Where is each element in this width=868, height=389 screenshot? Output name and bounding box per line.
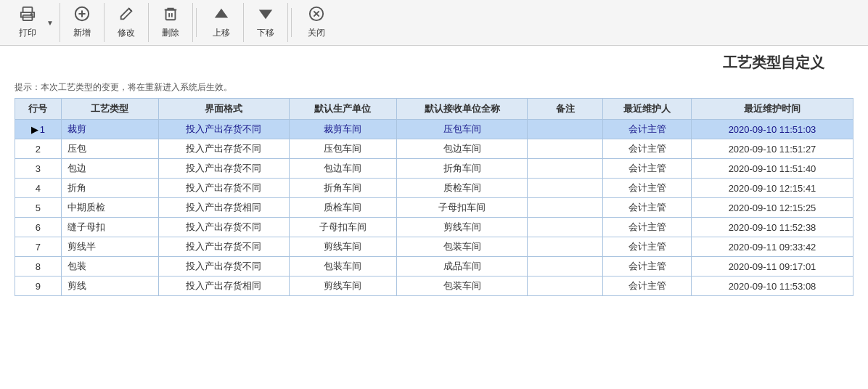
edit-group: 修改 — [105, 3, 149, 42]
moveup-group: 上移 — [200, 3, 244, 42]
cell-maint-time: 2020-09-10 12:15:25 — [691, 198, 853, 218]
row-arrow: ▶ — [31, 124, 38, 135]
print-button[interactable]: 打印 — [10, 3, 45, 42]
main-content: 工艺类型自定义 提示：本次工艺类型的变更，将在重新进入系统后生效。 行号 工艺类… — [0, 46, 868, 303]
cell-recv: 折角车间 — [397, 159, 528, 179]
print-dropdown-arrow[interactable]: ▼ — [45, 3, 55, 42]
cell-maintainer: 会计主管 — [603, 257, 692, 277]
table-row[interactable]: ▶1裁剪投入产出存货不同裁剪车间压包车间会计主管2020-09-10 11:51… — [15, 120, 853, 139]
svg-rect-0 — [23, 7, 33, 12]
cell-rownum: 5 — [15, 198, 62, 218]
cell-remark — [528, 159, 603, 179]
cell-maintainer: 会计主管 — [603, 120, 692, 139]
cell-maint-time: 2020-09-11 09:33:42 — [691, 237, 853, 257]
cell-maint-time: 2020-09-10 11:51:03 — [691, 120, 853, 139]
cell-remark — [528, 120, 603, 139]
cell-prod: 质检车间 — [289, 198, 397, 218]
table-header: 行号 工艺类型 界面格式 默认生产单位 默认接收单位全称 备注 最近维护人 最近… — [15, 99, 853, 120]
toolbar-separator-2 — [291, 8, 292, 37]
cell-interface: 投入产出存货不同 — [158, 179, 289, 198]
cell-type: 折角 — [61, 179, 158, 198]
col-header-type: 工艺类型 — [61, 99, 158, 120]
col-header-remark: 备注 — [528, 99, 603, 120]
cell-maint-time: 2020-09-10 11:52:38 — [691, 218, 853, 237]
cell-maintainer: 会计主管 — [603, 198, 692, 218]
cell-type: 压包 — [61, 139, 158, 159]
print-group: 打印 ▼ — [6, 3, 60, 42]
col-header-maintainer: 最近维护人 — [603, 99, 692, 120]
header-row: 行号 工艺类型 界面格式 默认生产单位 默认接收单位全称 备注 最近维护人 最近… — [15, 99, 853, 120]
move-down-button[interactable]: 下移 — [248, 3, 283, 42]
toolbar: 打印 ▼ 新增 修改 — [0, 0, 868, 46]
svg-marker-11 — [259, 10, 272, 20]
cell-interface: 投入产出存货不同 — [158, 159, 289, 179]
delete-icon — [163, 6, 179, 25]
delete-button[interactable]: 删除 — [153, 3, 188, 42]
cell-prod: 裁剪车间 — [289, 120, 397, 139]
toolbar-separator-1 — [196, 8, 197, 37]
cell-prod: 子母扣车间 — [289, 218, 397, 237]
col-header-prod: 默认生产单位 — [289, 99, 397, 120]
movedown-group: 下移 — [244, 3, 288, 42]
svg-marker-10 — [215, 9, 228, 18]
cell-remark — [528, 277, 603, 296]
move-down-label: 下移 — [257, 27, 274, 39]
cell-rownum: 2 — [15, 139, 62, 159]
cell-interface: 投入产出存货相同 — [158, 198, 289, 218]
cell-remark — [528, 139, 603, 159]
cell-type: 剪线 — [61, 277, 158, 296]
cell-rownum: 7 — [15, 237, 62, 257]
cell-prod: 包边车间 — [289, 159, 397, 179]
cell-prod: 折角车间 — [289, 179, 397, 198]
table-row[interactable]: 2压包投入产出存货不同压包车间包边车间会计主管2020-09-10 11:51:… — [15, 139, 853, 159]
cell-maint-time: 2020-09-10 11:51:27 — [691, 139, 853, 159]
edit-button[interactable]: 修改 — [109, 3, 144, 42]
col-header-maint-time: 最近维护时间 — [691, 99, 853, 120]
cell-recv: 剪线车间 — [397, 218, 528, 237]
table-row[interactable]: 6缝子母扣投入产出存货不同子母扣车间剪线车间会计主管2020-09-10 11:… — [15, 218, 853, 237]
add-group: 新增 — [60, 3, 105, 42]
edit-label: 修改 — [118, 27, 135, 39]
cell-rownum: 3 — [15, 159, 62, 179]
svg-rect-7 — [165, 10, 175, 20]
cell-prod: 剪线车间 — [289, 277, 397, 296]
cell-prod: 压包车间 — [289, 139, 397, 159]
svg-point-2 — [31, 14, 33, 15]
cell-maintainer: 会计主管 — [603, 218, 692, 237]
add-button[interactable]: 新增 — [65, 3, 99, 42]
close-button[interactable]: 关闭 — [299, 3, 334, 42]
hint-text: 提示：本次工艺类型的变更，将在重新进入系统后生效。 — [15, 81, 853, 94]
cell-type: 裁剪 — [61, 120, 158, 139]
cell-maint-time: 2020-09-11 09:17:01 — [691, 257, 853, 277]
cell-remark — [528, 198, 603, 218]
cell-rownum: 9 — [15, 277, 62, 296]
col-header-rownum: 行号 — [15, 99, 62, 120]
table-row[interactable]: 5中期质检投入产出存货相同质检车间子母扣车间会计主管2020-09-10 12:… — [15, 198, 853, 218]
table-row[interactable]: 4折角投入产出存货不同折角车间质检车间会计主管2020-09-10 12:15:… — [15, 179, 853, 198]
cell-rownum: ▶1 — [15, 120, 62, 139]
delete-label: 删除 — [162, 27, 179, 39]
add-icon — [74, 6, 90, 25]
table-body: ▶1裁剪投入产出存货不同裁剪车间压包车间会计主管2020-09-10 11:51… — [15, 120, 853, 296]
table-row[interactable]: 8包装投入产出存货不同包装车间成品车间会计主管2020-09-11 09:17:… — [15, 257, 853, 277]
cell-interface: 投入产出存货不同 — [158, 257, 289, 277]
table-row[interactable]: 7剪线半投入产出存货不同剪线车间包装车间会计主管2020-09-11 09:33… — [15, 237, 853, 257]
svg-line-6 — [129, 9, 132, 12]
cell-type: 剪线半 — [61, 237, 158, 257]
cell-interface: 投入产出存货相同 — [158, 277, 289, 296]
cell-recv: 包装车间 — [397, 277, 528, 296]
move-up-button[interactable]: 上移 — [204, 3, 239, 42]
table-row[interactable]: 9剪线投入产出存货相同剪线车间包装车间会计主管2020-09-10 11:53:… — [15, 277, 853, 296]
edit-icon — [118, 6, 134, 25]
page-title: 工艺类型自定义 — [15, 53, 853, 73]
table-row[interactable]: 3包边投入产出存货不同包边车间折角车间会计主管2020-09-10 11:51:… — [15, 159, 853, 179]
cell-interface: 投入产出存货不同 — [158, 237, 289, 257]
cell-prod: 剪线车间 — [289, 237, 397, 257]
cell-remark — [528, 257, 603, 277]
cell-recv: 包边车间 — [397, 139, 528, 159]
cell-interface: 投入产出存货不同 — [158, 120, 289, 139]
print-label: 打印 — [19, 27, 36, 39]
cell-maintainer: 会计主管 — [603, 159, 692, 179]
col-header-recv: 默认接收单位全称 — [397, 99, 528, 120]
cell-recv: 质检车间 — [397, 179, 528, 198]
